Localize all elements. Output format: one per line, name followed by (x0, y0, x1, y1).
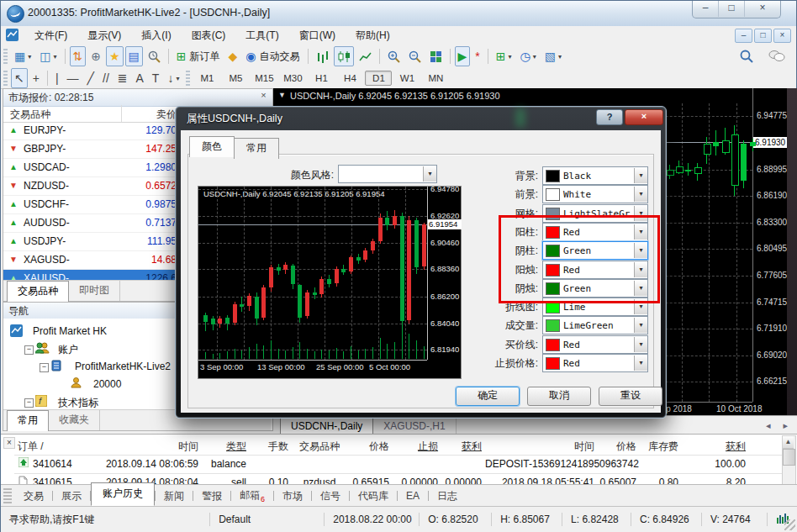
cursor-tool[interactable]: ↖ (11, 68, 28, 88)
color-select-red[interactable]: Red▾ (542, 354, 648, 372)
chevron-down-icon[interactable]: ▾ (634, 299, 647, 314)
chevron-down-icon[interactable]: ▾ (634, 168, 647, 183)
tree-item-label[interactable]: ProfitMarketHK-Live2 (75, 361, 171, 372)
timeframe-h4[interactable]: H4 (336, 71, 363, 86)
color-select-lime[interactable]: Lime▾ (542, 298, 648, 316)
menu-item-1[interactable]: 显示(V) (77, 26, 131, 45)
terminal-tab-8[interactable]: 信号 (312, 487, 349, 506)
chevron-down-icon[interactable]: ▾ (634, 243, 647, 258)
chevron-down-icon[interactable]: ▾ (558, 53, 562, 61)
label-tool[interactable]: T (149, 68, 163, 88)
chevron-down-icon[interactable]: ▾ (28, 53, 31, 61)
ea-stop-button[interactable]: * (472, 46, 483, 66)
color-select-white[interactable]: White▾ (542, 185, 648, 203)
column-header-type[interactable]: 类型 (202, 440, 246, 454)
chart-tab-2[interactable]: XAGUSD-,H1 (373, 419, 456, 435)
chevron-down-icon[interactable]: ▾ (634, 187, 647, 202)
ea-play-button[interactable]: ▶ (455, 46, 471, 66)
tree-expander-icon[interactable]: − (40, 363, 49, 372)
market-watch-button[interactable]: ⇅ (70, 46, 87, 66)
tree-expander-icon[interactable]: − (24, 345, 34, 355)
templates-button[interactable]: ▧▾ (541, 46, 565, 66)
column-header-symbol[interactable]: 交易品种 (292, 440, 347, 454)
color-select-red[interactable]: Red▾ (542, 335, 648, 354)
help-button[interactable]: ? (596, 109, 623, 125)
color-select-red[interactable]: Red▾ (542, 261, 648, 279)
chevron-down-icon[interactable]: ▾ (634, 318, 647, 333)
color-select-green[interactable]: Green▾ (542, 279, 648, 298)
terminal-tab-4[interactable]: 新闻 (156, 487, 193, 506)
status-profile[interactable]: Default (210, 513, 325, 526)
child-close-button[interactable]: × (773, 29, 791, 43)
chat-button[interactable] (765, 46, 789, 66)
close-button[interactable]: × (745, 1, 780, 17)
chevron-down-icon[interactable]: ▾ (634, 281, 647, 296)
tile-windows-button[interactable] (426, 46, 446, 66)
menu-item-6[interactable]: 帮助(H) (346, 26, 400, 45)
terminal-tab-2[interactable]: 展示 (53, 487, 90, 506)
chevron-down-icon[interactable]: ▾ (533, 53, 536, 61)
dialog-tab-colors[interactable]: 颜色 (189, 136, 235, 157)
menu-item-4[interactable]: 工具(T) (235, 26, 288, 45)
chevron-down-icon[interactable]: ▾ (634, 337, 647, 352)
column-header-profit[interactable]: 获利 (682, 440, 746, 454)
column-header-time[interactable]: 时间 (88, 440, 198, 454)
terminal-button[interactable]: ▤ (125, 46, 143, 66)
column-header-time2[interactable]: 时间 (485, 440, 594, 454)
chevron-down-icon[interactable]: ▾ (508, 53, 511, 61)
navigator-button[interactable]: ★ (106, 46, 124, 66)
column-bid[interactable]: 卖价 (121, 108, 177, 122)
timeframe-mn[interactable]: MN (422, 71, 449, 86)
tab-scroll-arrows[interactable]: ◂ ▸ (766, 420, 793, 431)
indicators-button[interactable]: ⊞▾ (493, 46, 515, 66)
restore-button[interactable]: □ (719, 1, 745, 17)
chart-window-icon[interactable] (6, 29, 18, 44)
child-minimize-button[interactable]: – (735, 29, 752, 43)
menu-item-0[interactable]: 文件(F) (24, 26, 77, 45)
toolbar-grip[interactable] (186, 71, 190, 86)
menu-item-3[interactable]: 图表(C) (182, 26, 236, 45)
resize-grip[interactable] (784, 519, 795, 530)
trendline-tool[interactable]: ╱ (84, 68, 98, 88)
terminal-scrollbar[interactable]: ▲ (782, 435, 796, 485)
strategy-tester-button[interactable] (145, 46, 164, 66)
navigator-tab-1[interactable]: 常用 (7, 410, 49, 431)
column-header-price[interactable]: 价格 (349, 440, 389, 454)
column-symbol[interactable]: 交易品种 (10, 108, 50, 122)
timeframe-h1[interactable]: H1 (308, 71, 335, 86)
metaeditor-button[interactable]: ◆ (225, 46, 241, 66)
scroll-up-icon[interactable]: ▲ (783, 436, 794, 449)
profiles-button[interactable]: ◫▾ (36, 46, 60, 66)
terminal-tab-10[interactable]: EA (398, 487, 428, 504)
chevron-down-icon[interactable]: ▾ (53, 53, 56, 61)
hline-tool[interactable]: — (64, 68, 82, 88)
crosshair-tool[interactable]: + (29, 68, 43, 88)
terminal-tab-3[interactable]: 账户历史 (91, 482, 155, 506)
terminal-tab-9[interactable]: 代码库 (350, 487, 397, 506)
market-watch-tab-2[interactable]: 即时图 (69, 281, 120, 301)
timeframe-d1[interactable]: D1 (365, 71, 392, 86)
column-header-order[interactable]: 订单 / (18, 440, 85, 454)
color-select-green[interactable]: Green▾ (542, 241, 648, 260)
timeframe-m30[interactable]: M30 (279, 71, 306, 86)
color-select-black[interactable]: Black▾ (542, 166, 648, 185)
terminal-tab-1[interactable]: 交易 (15, 487, 52, 506)
toolbar-grip[interactable] (3, 71, 8, 86)
terminal-tab-5[interactable]: 警报 (193, 487, 230, 506)
menu-item-2[interactable]: 插入(I) (131, 26, 181, 45)
dialog-tab-common[interactable]: 常用 (234, 138, 279, 159)
column-header-swap[interactable]: 库存费 (640, 440, 678, 454)
reset-button[interactable]: 重设 (599, 387, 662, 406)
periods-button[interactable]: ◷▾ (516, 46, 539, 66)
zoom-in-button[interactable] (384, 46, 404, 66)
b​ar-chart-button[interactable] (313, 46, 332, 66)
color-select-lightslategr[interactable]: LightSlateGr▾ (542, 204, 648, 223)
child-restore-button[interactable]: □ (754, 29, 772, 43)
tree-item-label[interactable]: Profit Market HK (33, 325, 107, 337)
new-order-button[interactable]: ⊞新订单 (173, 46, 224, 66)
tree-item-label[interactable]: 20000 (93, 378, 121, 390)
column-header-sl[interactable]: 止损 (393, 440, 438, 454)
autotrading-button[interactable]: ◉自动交易 (242, 46, 303, 66)
tree-item-label[interactable]: 账户 (58, 343, 78, 357)
chart-tab-1[interactable]: USDCNH-,Daily (280, 418, 373, 435)
